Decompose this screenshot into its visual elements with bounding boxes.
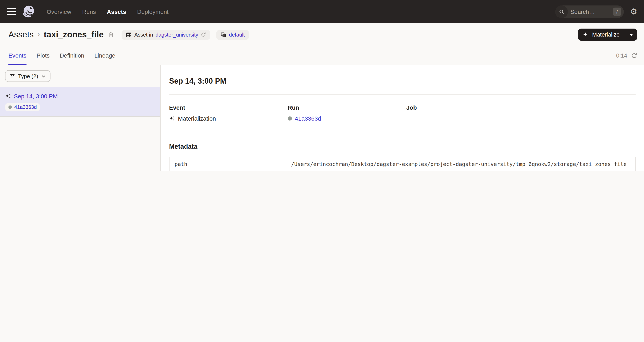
divider: [169, 94, 636, 95]
code-location-icon: [221, 32, 226, 38]
event-column: Event Materialization: [169, 104, 288, 122]
copy-asset-name-icon[interactable]: [108, 31, 114, 38]
primary-nav: Overview Runs Assets Deployment: [47, 8, 168, 15]
code-location-tag: default: [216, 30, 249, 40]
tab-events[interactable]: Events: [8, 46, 26, 65]
materialize-split-button: Materialize: [578, 28, 637, 41]
search-icon: [555, 5, 568, 18]
hamburger-menu-icon[interactable]: [7, 8, 16, 15]
dagster-logo-icon[interactable]: [22, 4, 36, 19]
filter-funnel-icon: [10, 73, 15, 79]
asset-group-link[interactable]: dagster_university: [156, 32, 198, 38]
search-box[interactable]: /: [555, 5, 624, 18]
asset-group-icon: [126, 32, 132, 38]
event-detail-title: Sep 14, 3:00 PM: [169, 77, 636, 86]
topnav-right-group: / ⚙: [555, 5, 637, 18]
event-list-item[interactable]: Sep 14, 3:00 PM 41a3363d: [0, 87, 160, 117]
materialization-icon: [169, 116, 175, 121]
code-location-link[interactable]: default: [229, 32, 245, 38]
metadata-key-cell: path: [170, 157, 286, 171]
nav-item-runs[interactable]: Runs: [82, 8, 96, 15]
tabs: Events Plots Definition Lineage: [8, 46, 115, 65]
top-nav-bar: Overview Runs Assets Deployment / ⚙: [0, 0, 644, 23]
gear-icon[interactable]: ⚙: [630, 7, 637, 15]
sparkle-icon: [583, 31, 589, 38]
tab-lineage[interactable]: Lineage: [94, 46, 116, 65]
event-type-value: Materialization: [178, 115, 216, 122]
event-detail-panel: Sep 14, 3:00 PM Event Materialization: [161, 65, 644, 171]
metadata-heading: Metadata: [169, 143, 636, 151]
asset-group-prefix: Asset in: [134, 32, 153, 38]
tab-bar: Events Plots Definition Lineage 0:14: [0, 46, 644, 65]
content-area: Type (2) Sep 14, 3:00 PM: [0, 65, 644, 171]
refresh-countdown: 0:14: [616, 52, 627, 59]
event-column-label: Event: [169, 104, 288, 111]
metadata-table: path /Users/erincochran/Desktop/dagster-…: [169, 157, 636, 171]
run-column-label: Run: [288, 104, 406, 111]
metadata-value-cell: /Users/erincochran/Desktop/dagster-examp…: [286, 157, 626, 171]
materialize-options-button[interactable]: [625, 28, 637, 41]
run-id-link[interactable]: 41a3363d: [295, 115, 321, 122]
run-column: Run 41a3363d: [288, 104, 406, 122]
nav-item-assets[interactable]: Assets: [107, 8, 126, 15]
run-status-dot: [288, 116, 292, 121]
event-timestamp-link[interactable]: Sep 14, 3:00 PM: [14, 93, 58, 100]
breadcrumb-separator: ›: [38, 30, 40, 39]
run-id-link: 41a3363d: [14, 104, 37, 110]
type-filter-label: Type (2): [18, 73, 38, 79]
materialize-button[interactable]: Materialize: [578, 28, 625, 41]
app-window: Overview Runs Assets Deployment / ⚙ Asse…: [0, 0, 644, 171]
auto-refresh: 0:14: [616, 46, 637, 65]
job-value: —: [406, 115, 412, 122]
materialization-icon: [5, 93, 11, 99]
job-column-label: Job: [406, 104, 525, 111]
caret-down-icon: [629, 32, 633, 37]
tab-plots[interactable]: Plots: [36, 46, 50, 65]
search-shortcut-badge: /: [613, 7, 621, 16]
page-header: Assets › taxi_zones_file Asset in dagste…: [0, 23, 644, 46]
filter-row: Type (2): [0, 65, 160, 87]
run-pill[interactable]: 41a3363d: [5, 103, 40, 111]
metadata-gutter-cell: [626, 157, 636, 171]
event-list-sidebar: Type (2) Sep 14, 3:00 PM: [0, 65, 161, 171]
search-input[interactable]: [568, 8, 613, 15]
nav-item-overview[interactable]: Overview: [47, 8, 71, 15]
run-status-dot: [8, 105, 12, 109]
event-summary-columns: Event Materialization Run 41a33: [169, 104, 636, 122]
page-title: taxi_zones_file: [44, 30, 104, 39]
refresh-icon[interactable]: [631, 52, 637, 59]
chevron-down-icon: [41, 74, 46, 78]
event-item-header: Sep 14, 3:00 PM: [5, 93, 155, 100]
job-column: Job —: [406, 104, 525, 122]
metadata-path-link[interactable]: /Users/erincochran/Desktop/dagster-examp…: [291, 161, 626, 167]
asset-group-tag: Asset in dagster_university: [122, 30, 210, 40]
nav-item-deployment[interactable]: Deployment: [137, 8, 168, 15]
materialize-button-label: Materialize: [592, 31, 620, 38]
breadcrumb-assets-link[interactable]: Assets: [8, 30, 34, 39]
reload-definitions-icon[interactable]: [201, 32, 206, 37]
tab-definition[interactable]: Definition: [60, 46, 84, 65]
type-filter-button[interactable]: Type (2): [5, 70, 50, 82]
